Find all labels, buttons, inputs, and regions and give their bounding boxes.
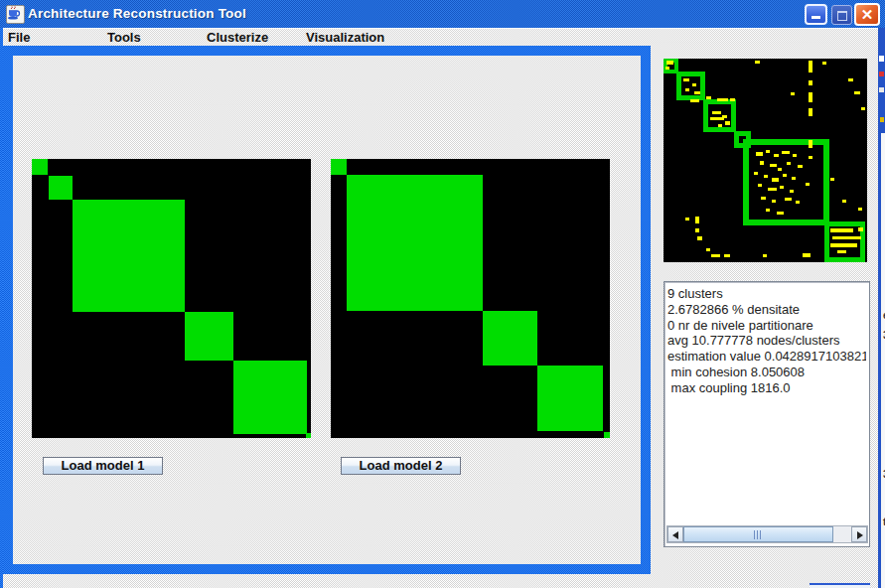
menu-clusterize[interactable]: Clusterize xyxy=(207,30,268,45)
dependency-dot xyxy=(793,154,797,157)
dependency-dot xyxy=(768,188,777,191)
edge-icon-speck xyxy=(879,56,884,62)
scrollbar-thumb[interactable] xyxy=(683,526,833,542)
close-icon: ✕ xyxy=(861,6,874,23)
cluster-block xyxy=(32,159,48,175)
dependency-dot xyxy=(764,175,768,178)
dependency-dot xyxy=(761,197,766,200)
dependency-dot xyxy=(837,250,846,253)
right-arrow-icon xyxy=(857,531,863,539)
edge-icon-speck xyxy=(880,117,884,122)
dependency-dot xyxy=(756,152,763,156)
dependency-dot xyxy=(725,121,730,125)
dependency-dot xyxy=(712,111,721,114)
dependency-dot xyxy=(772,200,776,203)
cluster-block xyxy=(604,432,610,438)
dependency-dot xyxy=(830,178,834,181)
model-2-matrix-view xyxy=(331,159,610,438)
close-button[interactable]: ✕ xyxy=(854,3,880,26)
dependency-dot xyxy=(695,228,699,232)
maximize-button[interactable] xyxy=(831,5,852,25)
stats-text: 9 clusters 2.6782866 % densitate 0 nr de… xyxy=(667,286,866,396)
dependency-dot xyxy=(790,190,794,193)
titlebar[interactable]: Architecture Reconstruction Tool ✕ xyxy=(0,0,885,28)
scroll-right-button[interactable] xyxy=(851,526,867,542)
dependency-dot xyxy=(798,165,803,168)
dependency-dot xyxy=(772,178,779,182)
stat-max-coupling: max coupling 1816.0 xyxy=(667,380,866,396)
dependency-dot xyxy=(830,228,853,232)
dependency-dot xyxy=(724,254,730,257)
menu-tools[interactable]: Tools xyxy=(107,30,141,45)
dependency-dot xyxy=(755,61,760,64)
dependency-dot xyxy=(692,83,696,86)
dependency-dot xyxy=(774,154,779,157)
dependency-dot xyxy=(706,248,710,251)
cluster-block xyxy=(306,433,311,438)
model-1-matrix-view xyxy=(32,159,311,438)
dependency-dot xyxy=(806,183,810,186)
dependency-dot xyxy=(809,92,812,102)
dependency-dot xyxy=(782,151,790,154)
minimize-button[interactable] xyxy=(805,4,827,25)
dependency-dot xyxy=(770,164,777,167)
cluster-block xyxy=(347,175,483,311)
dependency-dot xyxy=(690,99,699,102)
minimize-icon xyxy=(811,16,820,19)
cluster-block xyxy=(483,311,537,366)
dependency-dot xyxy=(796,201,800,204)
background-window-toolbar-edge xyxy=(878,28,885,133)
cluster-overview-matrix xyxy=(664,59,867,262)
scroll-left-button[interactable] xyxy=(667,526,683,542)
dependency-dot xyxy=(785,198,792,201)
dependency-dot xyxy=(758,184,762,187)
edge-icon-speck xyxy=(879,72,884,76)
dependency-dot xyxy=(803,253,811,257)
dependency-dot xyxy=(711,254,720,257)
dependency-dot xyxy=(666,61,673,65)
window-title: Architecture Reconstruction Tool xyxy=(28,6,246,21)
dependency-dot xyxy=(787,162,791,165)
edge-icon-speck xyxy=(879,87,884,92)
dependency-dot xyxy=(830,243,857,247)
dependency-dot xyxy=(783,174,787,177)
cluster-block xyxy=(49,176,73,200)
dependency-dot xyxy=(695,217,699,223)
dependency-dot xyxy=(754,172,758,175)
cluster-outline-box xyxy=(703,99,736,132)
dependency-dot xyxy=(683,78,689,81)
stat-estimation-value: estimation value 0.0428917103821 xyxy=(667,349,866,365)
dependency-dot xyxy=(854,91,860,94)
dependency-dot xyxy=(780,186,784,189)
background-window-bottom-edge xyxy=(810,583,870,588)
dependency-dot xyxy=(842,200,846,203)
dependency-dot xyxy=(858,227,863,231)
dependency-dot xyxy=(858,208,862,211)
dependency-dot xyxy=(861,107,865,110)
dependency-dot xyxy=(766,150,770,153)
load-model-1-button[interactable]: Load model 1 xyxy=(43,457,163,475)
menu-file[interactable]: File xyxy=(8,30,30,45)
dependency-dot xyxy=(763,254,767,257)
dependency-dot xyxy=(685,88,689,91)
dependency-dot xyxy=(760,161,764,165)
dependency-dot xyxy=(777,212,784,215)
dependency-dot xyxy=(718,124,722,127)
maximize-icon xyxy=(837,11,847,21)
menu-visualization[interactable]: Visualization xyxy=(306,30,384,45)
stats-horizontal-scrollbar[interactable] xyxy=(666,525,868,543)
dependency-dot xyxy=(697,236,702,240)
dependency-dot xyxy=(710,117,724,120)
dependency-dot xyxy=(685,218,689,220)
cluster-block xyxy=(537,366,603,431)
cluster-block xyxy=(73,200,185,312)
app-screen: Architecture Reconstruction Tool ✕ File … xyxy=(0,0,885,588)
load-model-2-button[interactable]: Load model 2 xyxy=(341,457,461,475)
dependency-dot xyxy=(766,209,770,212)
stat-clusters: 9 clusters xyxy=(667,286,866,302)
java-coffee-cup-icon xyxy=(6,5,25,24)
stat-density: 2.6782866 % densitate xyxy=(667,302,866,318)
stat-min-cohesion: min cohesion 8.050608 xyxy=(667,365,866,380)
dependency-dot xyxy=(848,78,853,81)
dependency-dot xyxy=(809,156,812,159)
